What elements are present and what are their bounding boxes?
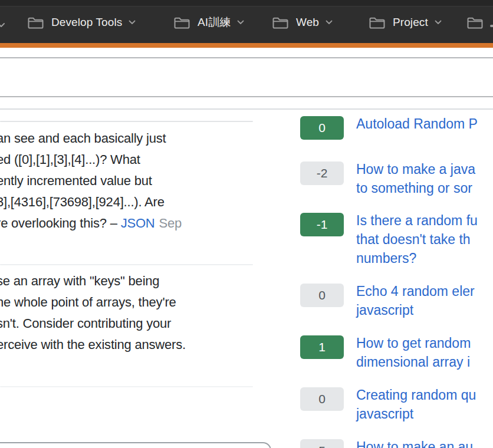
comment-text: re overlooking this? – (0, 216, 121, 230)
screenshot-root: Develop Tools AI訓練 Web (0, 0, 493, 448)
question-link[interactable]: Echo 4 random eler (356, 282, 475, 301)
question-link[interactable]: javascript (356, 301, 475, 319)
folder-icon (173, 15, 191, 29)
question-link[interactable]: that doesn't take th (356, 230, 478, 249)
clipped-bookmark-text-fragment (490, 25, 493, 27)
related-question-item[interactable]: 5 How to make an au (300, 439, 493, 448)
related-question-item[interactable]: -1 Is there a random fu that doesn't tak… (300, 212, 493, 268)
add-comment-textarea[interactable] (0, 442, 271, 448)
question-link[interactable]: dimensional array i (356, 353, 471, 371)
bookmark-folder-project[interactable]: Project (368, 15, 442, 29)
question-link[interactable]: Creating random qu (356, 386, 476, 404)
question-link[interactable]: to something or sor (356, 179, 475, 197)
vote-count-badge: -2 (300, 162, 344, 185)
bookmark-folder-develop-tools[interactable]: Develop Tools (27, 15, 136, 29)
bookmark-folder-ai-training[interactable]: AI訓練 (173, 15, 244, 30)
bookmarks-bar: Develop Tools AI訓練 Web (0, 0, 493, 43)
chevron-down-icon (326, 20, 333, 25)
related-question-item[interactable]: 1 How to get random dimensional array i (300, 335, 493, 371)
comment-text-line: ed ([0],[1],[3],[4]...)? What (0, 149, 269, 170)
comment-separator (0, 264, 253, 265)
vote-count-badge: 5 (300, 439, 344, 448)
question-link[interactable]: How to make a java (356, 160, 475, 179)
bookmark-label: Develop Tools (51, 16, 122, 29)
subheader-border (0, 96, 493, 97)
folder-icon (27, 15, 45, 29)
question-link[interactable]: Is there a random fu (356, 211, 478, 230)
vote-count-badge: 0 (300, 387, 344, 411)
vote-count-badge: 0 (300, 284, 344, 307)
question-link[interactable]: javascript (356, 404, 476, 423)
bookmark-folder-web[interactable]: Web (271, 15, 333, 29)
site-header-accent-bar (0, 43, 493, 48)
chevron-down-icon (129, 20, 136, 25)
comment-text-line: re overlooking this? – JSONSep (0, 213, 269, 234)
chevron-down-icon (237, 20, 244, 25)
related-question-item[interactable]: 0 Echo 4 random eler javascript (300, 283, 493, 319)
folder-icon (466, 15, 484, 29)
comment-text-line: se an array with "keys" being (0, 271, 269, 292)
related-question-item[interactable]: -2 How to make a java to something or so… (300, 161, 493, 197)
comment-text-line: an see and each basically just (0, 128, 269, 149)
comment-separator (0, 386, 253, 387)
comment-author-link[interactable]: JSON (121, 216, 155, 230)
bookmark-label: Web (296, 16, 319, 29)
bookmark-label: Project (393, 16, 428, 29)
vote-count-badge: 0 (300, 116, 344, 140)
chevron-down-icon (0, 22, 5, 28)
question-link[interactable]: How to make an au (356, 437, 473, 448)
bookmark-folder-clipped[interactable] (466, 15, 491, 29)
question-link[interactable]: Autoload Random P (356, 114, 478, 133)
window-title-strip (0, 0, 493, 6)
vote-count-badge: -1 (300, 213, 344, 236)
folder-icon (368, 15, 386, 29)
comment: se an array with "keys" being he whole p… (0, 271, 269, 355)
content-top-divider (0, 108, 493, 110)
chevron-down-icon (435, 20, 442, 25)
vote-count-badge: 1 (300, 335, 344, 359)
related-question-item[interactable]: 0 Creating random qu javascript (300, 387, 493, 423)
question-link[interactable]: How to get random (356, 334, 471, 353)
comment-text-line: 3],[4316],[73698],[924]...). Are (0, 192, 269, 213)
comment-date: Sep (159, 216, 182, 230)
comment-separator (0, 121, 253, 122)
comment: an see and each basically just ed ([0],[… (0, 128, 269, 234)
related-question-item[interactable]: 0 Autoload Random P (300, 116, 493, 140)
header-bottom-border (0, 57, 493, 58)
folder-icon (271, 15, 290, 29)
comment-text-line: he whole point of arrays, they're (0, 292, 269, 313)
question-link[interactable]: numbers? (356, 249, 478, 268)
comment-text-line: erceive with the existing answers. (0, 334, 269, 355)
comment-text-line: ently incremented value but (0, 170, 269, 192)
bookmark-label: AI訓練 (198, 15, 231, 30)
comment-text-line: sn't. Consider contributing your (0, 313, 269, 334)
